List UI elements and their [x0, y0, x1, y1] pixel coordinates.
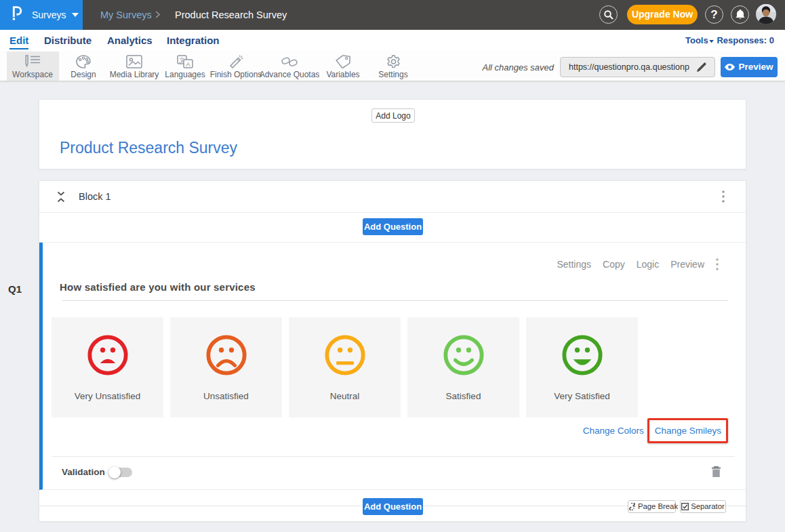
svg-text:A: A — [186, 60, 190, 68]
